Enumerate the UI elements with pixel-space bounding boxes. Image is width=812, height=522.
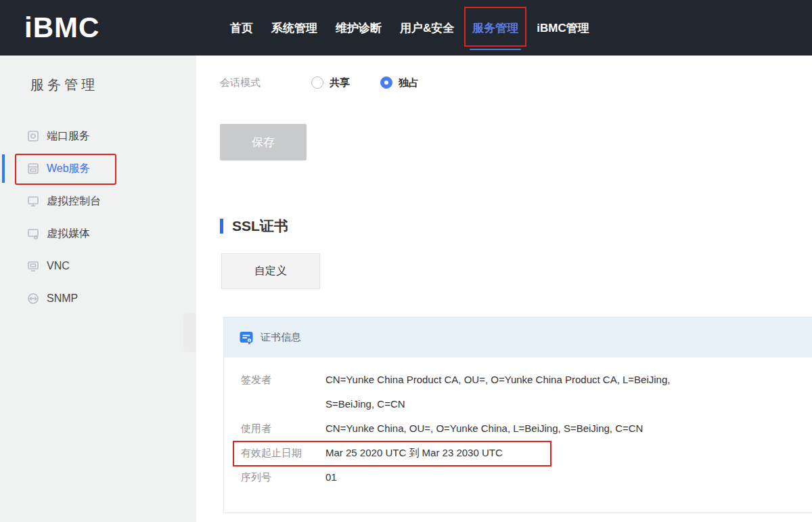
vnc-icon bbox=[27, 260, 39, 272]
section-title-text: SSL证书 bbox=[232, 217, 288, 236]
ibmc-console-screen: iBMC 首页 系统管理 维护诊断 用户&安全 服务管理 iBMC管理 服务管理… bbox=[0, 0, 812, 522]
nav-item-maintenance-diagnosis[interactable]: 维护诊断 bbox=[334, 19, 383, 37]
custom-certificate-button[interactable]: 自定义 bbox=[221, 253, 320, 289]
session-mode-label: 会话模式 bbox=[220, 77, 311, 89]
virtual-console-icon bbox=[27, 195, 39, 207]
sidebar-item-label: 端口服务 bbox=[47, 129, 90, 144]
sidebar-menu: 端口服务 Web服务 虚拟控制台 虚拟媒体 bbox=[0, 120, 196, 315]
cert-row-validity-period: 有效起止日期 Mar 25 2020 UTC 到 Mar 23 2030 UTC bbox=[241, 441, 812, 465]
sidebar-item-label: SNMP bbox=[47, 292, 78, 305]
cert-row-subject: 使用者 CN=Yunke China, OU=, O=Yunke China, … bbox=[241, 416, 812, 441]
cert-row-value: Mar 25 2020 UTC 到 Mar 23 2030 UTC bbox=[325, 441, 503, 465]
sidebar-item-virtual-media[interactable]: 虚拟媒体 bbox=[0, 217, 196, 250]
sidebar-item-label: VNC bbox=[47, 260, 70, 272]
session-mode-row: 会话模式 共享 独占 bbox=[220, 73, 812, 92]
nav-item-user-security[interactable]: 用户&安全 bbox=[399, 19, 455, 37]
cert-row-value: CN=Yunke China, OU=, O=Yunke China, L=Be… bbox=[325, 416, 643, 441]
sidebar-item-snmp[interactable]: SNMP bbox=[0, 282, 196, 315]
nav-item-service-management[interactable]: 服务管理 bbox=[471, 19, 520, 37]
sidebar-item-label: 虚拟控制台 bbox=[47, 194, 101, 209]
nav-item-system-management[interactable]: 系统管理 bbox=[270, 19, 319, 37]
certificate-info-panel: 证书信息 签发者 CN=Yunke China Product CA, OU=,… bbox=[223, 317, 812, 513]
virtual-media-icon bbox=[27, 227, 39, 240]
cert-row-value: CN=Yunke China Product CA, OU=, O=Yunke … bbox=[325, 368, 711, 416]
port-service-icon bbox=[27, 130, 39, 142]
top-header: iBMC 首页 系统管理 维护诊断 用户&安全 服务管理 iBMC管理 bbox=[0, 0, 812, 56]
cert-row-value: 01 bbox=[325, 465, 337, 490]
certificate-panel-title: 证书信息 bbox=[261, 331, 301, 344]
top-nav: 首页 系统管理 维护诊断 用户&安全 服务管理 iBMC管理 bbox=[229, 19, 591, 37]
cert-row-label: 序列号 bbox=[241, 465, 325, 490]
certificate-icon bbox=[239, 330, 254, 345]
cert-row-label: 使用者 bbox=[241, 416, 325, 441]
sidebar-item-web-service[interactable]: Web服务 bbox=[0, 152, 196, 185]
certificate-panel-body: 签发者 CN=Yunke China Product CA, OU=, O=Yu… bbox=[224, 357, 812, 490]
cert-row-issuer: 签发者 CN=Yunke China Product CA, OU=, O=Yu… bbox=[241, 368, 812, 416]
certificate-panel-header: 证书信息 bbox=[224, 318, 812, 357]
cert-row-label: 有效起止日期 bbox=[241, 441, 325, 465]
active-tab-underline bbox=[470, 49, 521, 50]
active-item-indicator bbox=[2, 154, 5, 183]
cert-row-label: 签发者 bbox=[241, 368, 325, 392]
snmp-icon bbox=[27, 292, 39, 305]
sidebar-item-virtual-console[interactable]: 虚拟控制台 bbox=[0, 185, 196, 217]
ibmc-logo: iBMC bbox=[24, 12, 126, 44]
save-button[interactable]: 保存 bbox=[220, 124, 307, 160]
main-content: 会话模式 共享 独占 保存 SSL证书 自定义 证书信息 bbox=[196, 56, 812, 522]
radio-label: 独占 bbox=[399, 77, 419, 89]
sidebar-title: 服务管理 bbox=[0, 56, 196, 94]
sidebar: 服务管理 端口服务 Web服务 虚拟控制台 bbox=[0, 56, 196, 522]
radio-option-shared[interactable]: 共享 bbox=[311, 77, 350, 89]
sidebar-item-label: 虚拟媒体 bbox=[47, 227, 90, 241]
ssl-certificate-section-title: SSL证书 bbox=[220, 217, 812, 236]
nav-item-home[interactable]: 首页 bbox=[229, 19, 254, 37]
sidebar-item-vnc[interactable]: VNC bbox=[0, 250, 196, 282]
radio-unselected-icon bbox=[311, 77, 323, 89]
sidebar-item-port-service[interactable]: 端口服务 bbox=[0, 120, 196, 152]
radio-label: 共享 bbox=[330, 77, 350, 89]
radio-option-exclusive[interactable]: 独占 bbox=[380, 77, 419, 89]
section-accent-bar bbox=[220, 219, 223, 234]
radio-selected-icon bbox=[380, 77, 392, 89]
cert-row-serial-number: 序列号 01 bbox=[241, 465, 812, 490]
sidebar-item-label: Web服务 bbox=[47, 162, 91, 176]
web-service-icon bbox=[27, 162, 39, 175]
nav-item-label: 服务管理 bbox=[472, 22, 518, 35]
nav-item-ibmc-management[interactable]: iBMC管理 bbox=[535, 19, 590, 37]
